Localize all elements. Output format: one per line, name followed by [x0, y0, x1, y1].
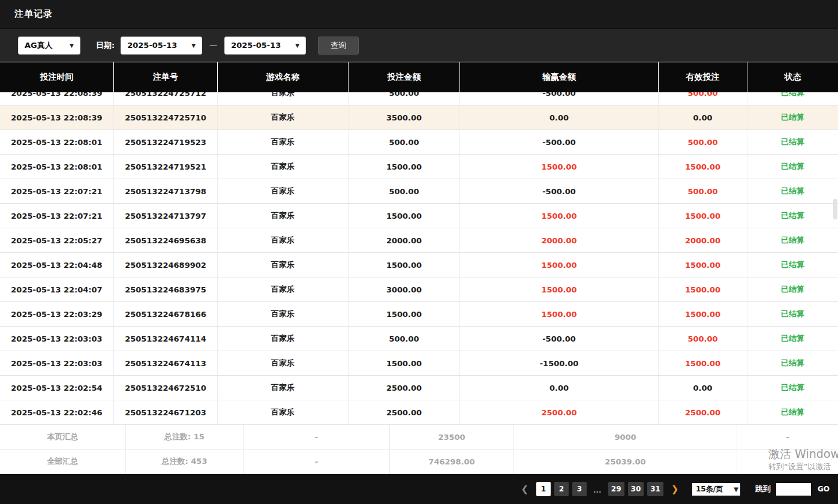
scrollbar-thumb[interactable] [833, 199, 837, 219]
cell-time: 2025-05-13 22:08:39 [0, 105, 114, 129]
page-summary-winlose-total: 9000 [514, 425, 737, 449]
pagination-next-button[interactable]: ❯ [669, 482, 681, 496]
table-row: 2025-05-13 22:07:21250513224713797百家乐150… [0, 204, 838, 228]
cell-winlose: -1500.00 [460, 351, 659, 375]
cell-bet: 2500.00 [349, 400, 460, 424]
cell-winlose: 1500.00 [460, 302, 659, 326]
cell-game: 百家乐 [218, 253, 349, 277]
cell-game: 百家乐 [218, 351, 349, 375]
pagination-bar: ❮ 123...293031 ❯ 15条/页 ▼ 跳到 GO [0, 474, 838, 504]
cell-time: 2025-05-13 22:03:29 [0, 302, 114, 326]
cell-bet: 500.00 [349, 327, 460, 351]
column-header-status: 状态 [747, 62, 838, 92]
cell-time: 2025-05-13 22:02:54 [0, 376, 114, 400]
all-summary-bet-total: 746298.00 [390, 449, 514, 473]
cell-game: 百家乐 [218, 228, 349, 252]
page-button-2[interactable]: 2 [554, 482, 569, 496]
go-button[interactable]: GO [818, 485, 830, 493]
table-row: 2025-05-13 22:08:01250513224719523百家乐500… [0, 130, 838, 155]
column-header-time: 投注时间 [0, 62, 114, 92]
page-title: 注单记录 [14, 8, 53, 20]
page-button-30[interactable]: 30 [628, 482, 644, 496]
cell-winlose: -500.00 [460, 327, 659, 351]
cell-game: 百家乐 [218, 92, 349, 105]
all-summary-winlose-total: 25039.00 [514, 449, 737, 473]
cell-time: 2025-05-13 22:08:01 [0, 155, 114, 179]
cell-time: 2025-05-13 22:04:48 [0, 253, 114, 277]
all-summary-game: - [244, 449, 390, 473]
all-summary-label: 全部汇总 [0, 449, 126, 473]
cell-bet: 1500.00 [349, 204, 460, 228]
query-button[interactable]: 查询 [318, 37, 359, 55]
column-header-bet: 投注金额 [349, 62, 460, 92]
page-size-select[interactable]: 15条/页 ▼ [692, 483, 740, 496]
cell-time: 2025-05-13 22:02:46 [0, 400, 114, 424]
cell-valid: 0.00 [659, 105, 747, 129]
page-button-3[interactable]: 3 [572, 482, 587, 496]
date-from-value: 2025-05-13 [127, 41, 177, 50]
date-range-separator: — [209, 41, 217, 50]
summary-section: 本页汇总 总注数: 15 - 23500 9000 - 全部汇总 总注数: 45… [0, 425, 838, 474]
cell-status: 已结算 [747, 302, 838, 326]
cell-order: 250513224719521 [114, 155, 218, 179]
date-from-select[interactable]: 2025-05-13 ▼ [121, 37, 202, 55]
game-type-value: AG真人 [25, 40, 53, 51]
cell-order: 250513224719523 [114, 130, 218, 154]
table-row: 2025-05-13 22:08:39250513224725712百家乐500… [0, 92, 838, 105]
cell-bet: 500.00 [349, 130, 460, 154]
cell-status: 已结算 [747, 179, 838, 203]
page-size-value: 15条/页 [696, 484, 723, 494]
page-summary-game: - [244, 425, 390, 449]
cell-valid: 500.00 [659, 92, 747, 105]
date-to-select[interactable]: 2025-05-13 ▼ [224, 37, 306, 55]
cell-order: 250513224672510 [114, 376, 218, 400]
chevron-down-icon: ▼ [295, 43, 299, 49]
table-row: 2025-05-13 22:02:54250513224672510百家乐250… [0, 376, 838, 400]
table-row: 2025-05-13 22:04:07250513224683975百家乐300… [0, 277, 838, 302]
date-to-value: 2025-05-13 [231, 41, 281, 50]
cell-winlose: 2000.00 [460, 228, 659, 252]
all-summary-row: 全部汇总 总注数: 453 - 746298.00 25039.00 [0, 449, 838, 474]
jump-label: 跳到 [755, 484, 771, 494]
cell-bet: 3500.00 [349, 105, 460, 129]
cell-order: 250513224725710 [114, 105, 218, 129]
page-summary-label: 本页汇总 [0, 425, 126, 449]
cell-winlose: 1500.00 [460, 204, 659, 228]
cell-time: 2025-05-13 22:07:21 [0, 179, 114, 203]
page-button-29[interactable]: 29 [608, 482, 624, 496]
cell-order: 250513224713797 [114, 204, 218, 228]
page-button-31[interactable]: 31 [647, 482, 663, 496]
cell-status: 已结算 [747, 92, 838, 105]
cell-valid: 500.00 [659, 179, 747, 203]
title-bar: 注单记录 [0, 0, 838, 29]
cell-time: 2025-05-13 22:04:07 [0, 277, 114, 301]
cell-order: 250513224678166 [114, 302, 218, 326]
cell-valid: 1500.00 [659, 204, 747, 228]
cell-game: 百家乐 [218, 277, 349, 301]
column-header-winlose: 输赢金额 [460, 62, 659, 92]
page-summary-row: 本页汇总 总注数: 15 - 23500 9000 - [0, 425, 838, 449]
pagination-ellipsis: ... [590, 482, 605, 496]
table-row: 2025-05-13 22:04:48250513224689902百家乐150… [0, 253, 838, 277]
cell-winlose: -500.00 [460, 179, 659, 203]
cell-time: 2025-05-13 22:07:21 [0, 204, 114, 228]
cell-bet: 1500.00 [349, 302, 460, 326]
cell-winlose: 0.00 [460, 376, 659, 400]
page-button-1[interactable]: 1 [536, 482, 551, 496]
cell-game: 百家乐 [218, 376, 349, 400]
cell-status: 已结算 [747, 327, 838, 351]
cell-bet: 3000.00 [349, 277, 460, 301]
cell-status: 已结算 [747, 228, 838, 252]
pagination-prev-button[interactable]: ❮ [519, 482, 531, 496]
cell-game: 百家乐 [218, 302, 349, 326]
cell-bet: 500.00 [349, 92, 460, 105]
cell-valid: 0.00 [659, 376, 747, 400]
cell-game: 百家乐 [218, 400, 349, 424]
game-type-select[interactable]: AG真人 ▼ [18, 37, 80, 55]
cell-winlose: -500.00 [460, 130, 659, 154]
cell-valid: 1500.00 [659, 302, 747, 326]
cell-winlose: 1500.00 [460, 155, 659, 179]
table-row: 2025-05-13 22:02:46250513224671203百家乐250… [0, 400, 838, 425]
jump-page-input[interactable] [776, 483, 811, 496]
cell-status: 已结算 [747, 376, 838, 400]
